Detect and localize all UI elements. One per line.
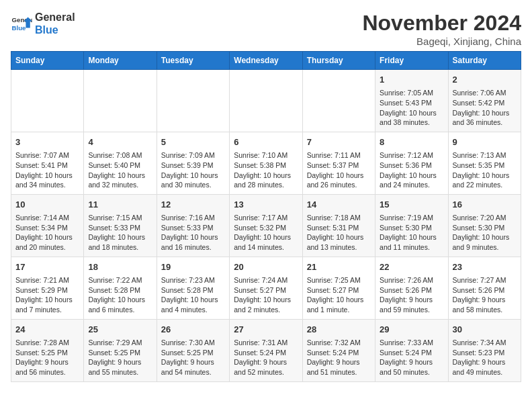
- day-info: Sunrise: 7:16 AM Sunset: 5:33 PM Dayligh…: [161, 213, 225, 253]
- week-row-5: 24Sunrise: 7:28 AM Sunset: 5:25 PM Dayli…: [11, 319, 521, 381]
- month-title: November 2024: [362, 11, 521, 36]
- calendar-cell: 2Sunrise: 7:06 AM Sunset: 5:42 PM Daylig…: [448, 70, 521, 132]
- title-block: November 2024 Bageqi, Xinjiang, China: [362, 11, 521, 47]
- day-info: Sunrise: 7:23 AM Sunset: 5:28 PM Dayligh…: [161, 275, 225, 315]
- logo-icon: General Blue: [11, 13, 32, 34]
- calendar-cell: 28Sunrise: 7:32 AM Sunset: 5:24 PM Dayli…: [302, 319, 375, 381]
- day-info: Sunrise: 7:22 AM Sunset: 5:28 PM Dayligh…: [88, 275, 152, 315]
- day-number: 25: [88, 324, 152, 336]
- calendar-cell: 3Sunrise: 7:07 AM Sunset: 5:41 PM Daylig…: [11, 132, 84, 194]
- day-info: Sunrise: 7:29 AM Sunset: 5:25 PM Dayligh…: [88, 338, 152, 377]
- day-number: 6: [234, 136, 298, 148]
- calendar-cell: 15Sunrise: 7:19 AM Sunset: 5:30 PM Dayli…: [375, 194, 448, 257]
- day-number: 8: [380, 136, 443, 148]
- day-info: Sunrise: 7:10 AM Sunset: 5:38 PM Dayligh…: [234, 150, 298, 190]
- calendar-cell: 11Sunrise: 7:15 AM Sunset: 5:33 PM Dayli…: [84, 194, 157, 257]
- day-number: 24: [15, 324, 79, 336]
- calendar-cell: [230, 70, 302, 132]
- day-info: Sunrise: 7:32 AM Sunset: 5:24 PM Dayligh…: [307, 338, 371, 377]
- day-info: Sunrise: 7:11 AM Sunset: 5:37 PM Dayligh…: [307, 150, 371, 190]
- day-info: Sunrise: 7:18 AM Sunset: 5:31 PM Dayligh…: [307, 213, 371, 253]
- day-number: 22: [380, 261, 443, 273]
- calendar-cell: 25Sunrise: 7:29 AM Sunset: 5:25 PM Dayli…: [84, 319, 157, 381]
- calendar-cell: 19Sunrise: 7:23 AM Sunset: 5:28 PM Dayli…: [157, 257, 229, 319]
- calendar-cell: 9Sunrise: 7:13 AM Sunset: 5:35 PM Daylig…: [448, 132, 521, 194]
- calendar-cell: 14Sunrise: 7:18 AM Sunset: 5:31 PM Dayli…: [302, 194, 375, 257]
- day-info: Sunrise: 7:27 AM Sunset: 5:26 PM Dayligh…: [453, 275, 517, 315]
- weekday-header-thursday: Thursday: [302, 52, 375, 70]
- calendar-cell: 16Sunrise: 7:20 AM Sunset: 5:30 PM Dayli…: [448, 194, 521, 257]
- location-text: Bageqi, Xinjiang, China: [362, 36, 521, 47]
- day-info: Sunrise: 7:33 AM Sunset: 5:24 PM Dayligh…: [380, 338, 443, 377]
- day-number: 14: [307, 199, 371, 211]
- calendar-cell: 5Sunrise: 7:09 AM Sunset: 5:39 PM Daylig…: [157, 132, 229, 194]
- calendar-cell: 20Sunrise: 7:24 AM Sunset: 5:27 PM Dayli…: [230, 257, 302, 319]
- weekday-header-monday: Monday: [84, 52, 157, 70]
- calendar-cell: [302, 70, 375, 132]
- day-number: 3: [15, 136, 79, 148]
- day-info: Sunrise: 7:34 AM Sunset: 5:23 PM Dayligh…: [453, 338, 517, 377]
- svg-text:Blue: Blue: [12, 24, 26, 32]
- day-number: 4: [88, 136, 152, 148]
- day-info: Sunrise: 7:15 AM Sunset: 5:33 PM Dayligh…: [88, 213, 152, 253]
- calendar-cell: 18Sunrise: 7:22 AM Sunset: 5:28 PM Dayli…: [84, 257, 157, 319]
- day-info: Sunrise: 7:21 AM Sunset: 5:29 PM Dayligh…: [15, 275, 79, 315]
- day-number: 29: [380, 324, 443, 336]
- day-info: Sunrise: 7:12 AM Sunset: 5:36 PM Dayligh…: [380, 150, 443, 190]
- calendar-cell: 23Sunrise: 7:27 AM Sunset: 5:26 PM Dayli…: [448, 257, 521, 319]
- week-row-1: 1Sunrise: 7:05 AM Sunset: 5:43 PM Daylig…: [11, 70, 521, 132]
- day-number: 15: [380, 199, 443, 211]
- day-info: Sunrise: 7:31 AM Sunset: 5:24 PM Dayligh…: [234, 338, 298, 377]
- day-number: 5: [161, 136, 225, 148]
- calendar-cell: 24Sunrise: 7:28 AM Sunset: 5:25 PM Dayli…: [11, 319, 84, 381]
- calendar-cell: 4Sunrise: 7:08 AM Sunset: 5:40 PM Daylig…: [84, 132, 157, 194]
- weekday-header-friday: Friday: [375, 52, 448, 70]
- day-info: Sunrise: 7:06 AM Sunset: 5:42 PM Dayligh…: [453, 88, 517, 128]
- calendar-cell: 8Sunrise: 7:12 AM Sunset: 5:36 PM Daylig…: [375, 132, 448, 194]
- calendar-cell: 26Sunrise: 7:30 AM Sunset: 5:25 PM Dayli…: [157, 319, 229, 381]
- day-number: 30: [453, 324, 517, 336]
- day-number: 13: [234, 199, 298, 211]
- day-number: 2: [453, 74, 517, 86]
- calendar-cell: 6Sunrise: 7:10 AM Sunset: 5:38 PM Daylig…: [230, 132, 302, 194]
- day-number: 7: [307, 136, 371, 148]
- weekday-header-row: SundayMondayTuesdayWednesdayThursdayFrid…: [11, 52, 521, 70]
- logo: General Blue General Blue: [11, 11, 75, 36]
- weekday-header-saturday: Saturday: [448, 52, 521, 70]
- day-number: 27: [234, 324, 298, 336]
- day-number: 28: [307, 324, 371, 336]
- calendar-table: SundayMondayTuesdayWednesdayThursdayFrid…: [11, 51, 521, 382]
- day-number: 26: [161, 324, 225, 336]
- day-number: 10: [15, 199, 79, 211]
- day-info: Sunrise: 7:30 AM Sunset: 5:25 PM Dayligh…: [161, 338, 225, 377]
- day-number: 19: [161, 261, 225, 273]
- weekday-header-sunday: Sunday: [11, 52, 84, 70]
- weekday-header-tuesday: Tuesday: [157, 52, 229, 70]
- calendar-cell: 12Sunrise: 7:16 AM Sunset: 5:33 PM Dayli…: [157, 194, 229, 257]
- weekday-header-wednesday: Wednesday: [230, 52, 302, 70]
- calendar-cell: [11, 70, 84, 132]
- calendar-cell: 1Sunrise: 7:05 AM Sunset: 5:43 PM Daylig…: [375, 70, 448, 132]
- week-row-4: 17Sunrise: 7:21 AM Sunset: 5:29 PM Dayli…: [11, 257, 521, 319]
- calendar-cell: 29Sunrise: 7:33 AM Sunset: 5:24 PM Dayli…: [375, 319, 448, 381]
- day-info: Sunrise: 7:20 AM Sunset: 5:30 PM Dayligh…: [453, 213, 517, 253]
- day-info: Sunrise: 7:09 AM Sunset: 5:39 PM Dayligh…: [161, 150, 225, 190]
- day-info: Sunrise: 7:08 AM Sunset: 5:40 PM Dayligh…: [88, 150, 152, 190]
- calendar-cell: 13Sunrise: 7:17 AM Sunset: 5:32 PM Dayli…: [230, 194, 302, 257]
- week-row-3: 10Sunrise: 7:14 AM Sunset: 5:34 PM Dayli…: [11, 194, 521, 257]
- day-info: Sunrise: 7:17 AM Sunset: 5:32 PM Dayligh…: [234, 213, 298, 253]
- calendar-cell: 10Sunrise: 7:14 AM Sunset: 5:34 PM Dayli…: [11, 194, 84, 257]
- calendar-cell: 17Sunrise: 7:21 AM Sunset: 5:29 PM Dayli…: [11, 257, 84, 319]
- day-number: 21: [307, 261, 371, 273]
- calendar-cell: [84, 70, 157, 132]
- day-info: Sunrise: 7:13 AM Sunset: 5:35 PM Dayligh…: [453, 150, 517, 190]
- calendar-cell: 22Sunrise: 7:26 AM Sunset: 5:26 PM Dayli…: [375, 257, 448, 319]
- calendar-cell: [157, 70, 229, 132]
- day-info: Sunrise: 7:19 AM Sunset: 5:30 PM Dayligh…: [380, 213, 443, 253]
- calendar-cell: 21Sunrise: 7:25 AM Sunset: 5:27 PM Dayli…: [302, 257, 375, 319]
- day-info: Sunrise: 7:07 AM Sunset: 5:41 PM Dayligh…: [15, 150, 79, 190]
- day-number: 1: [380, 74, 443, 86]
- day-number: 23: [453, 261, 517, 273]
- day-info: Sunrise: 7:28 AM Sunset: 5:25 PM Dayligh…: [15, 338, 79, 377]
- day-info: Sunrise: 7:25 AM Sunset: 5:27 PM Dayligh…: [307, 275, 371, 315]
